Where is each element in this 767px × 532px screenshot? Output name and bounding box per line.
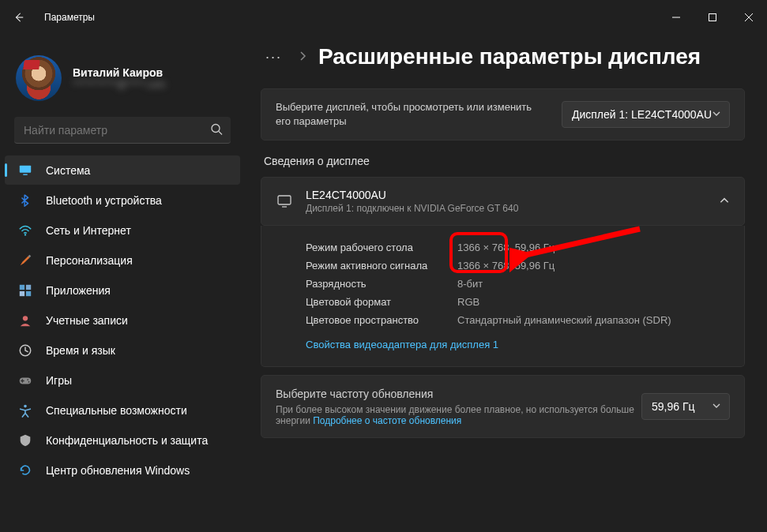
profile-email: ************@*****.com [73,79,166,90]
detail-value: RGB [457,296,479,308]
apps-icon [17,283,33,298]
detail-value: Стандартный динамический диапазон (SDR) [457,314,671,326]
sidebar-item-access[interactable]: Специальные возможности [5,395,240,425]
detail-label: Цветовое пространство [306,314,457,326]
detail-row: Режим рабочего стола1366 × 768, 59,96 Гц [306,238,730,257]
refresh-more-link[interactable]: Подробнее о частоте обновления [313,415,461,426]
svg-rect-6 [26,284,31,289]
refresh-desc: При более высоком значении движение боле… [276,404,641,426]
sidebar-item-apps[interactable]: Приложения [5,275,240,305]
chevron-down-icon [712,108,721,121]
maximize-button[interactable] [694,0,731,35]
user-icon [17,313,33,328]
svg-rect-2 [20,165,31,172]
refresh-title: Выберите частоту обновления [276,387,641,403]
detail-label: Режим активного сигнала [306,260,457,272]
chevron-down-icon [712,400,721,413]
chevron-up-icon [719,195,730,208]
back-button[interactable] [6,5,32,30]
sidebar-item-label: Центр обновления Windows [46,464,190,477]
close-button[interactable] [731,0,767,35]
game-icon [17,373,33,388]
sidebar-item-user[interactable]: Учетные записи [5,305,240,335]
detail-value: 1366 × 768, 59,96 Гц [457,242,555,253]
detail-value: 1366 × 768, 59,96 Гц [457,260,555,272]
profile-name: Виталий Каиров [73,66,166,79]
sidebar-item-display[interactable]: Система [5,155,240,185]
svg-rect-15 [278,196,291,204]
detail-label: Разрядность [306,278,457,290]
shield-icon [17,433,33,448]
detail-row: Режим активного сигнала1366 × 768, 59,96… [306,257,730,275]
sidebar-item-label: Специальные возможности [46,404,187,417]
svg-rect-0 [709,14,716,21]
svg-rect-3 [23,174,27,174]
sidebar-item-label: Персонализация [46,254,133,267]
brush-icon [17,253,33,268]
detail-row: Цветовой форматRGB [306,293,730,311]
sidebar-item-game[interactable]: Игры [5,365,240,395]
wifi-icon [17,223,33,238]
display-selector-value: Дисплей 1: LE24CT4000AU [572,108,712,121]
select-display-desc: Выберите дисплей, чтобы просмотреть или … [276,100,544,129]
sidebar-item-label: Учетные записи [46,314,128,327]
update-icon [17,463,33,478]
sidebar-item-label: Система [46,164,90,177]
sidebar-item-label: Конфиденциальность и защита [46,434,208,447]
detail-value: 8-бит [457,278,483,290]
chevron-right-icon [298,51,307,63]
search-input[interactable] [14,117,231,144]
monitor-icon [276,193,293,210]
display-info-section-label: Сведения о дисплее [264,155,745,167]
svg-point-12 [27,379,28,380]
window-title: Параметры [44,12,658,23]
svg-point-14 [24,404,27,407]
page-title: Расширенные параметры дисплея [318,44,701,69]
profile-block[interactable]: Виталий Каиров ************@*****.com [0,43,245,117]
bluetooth-icon [17,193,33,208]
sidebar-item-label: Приложения [46,284,111,297]
display-info-sub: Дисплей 1: подключен к NVIDIA GeForce GT… [306,203,518,214]
sidebar-item-bluetooth[interactable]: Bluetooth и устройства [5,185,240,215]
svg-rect-7 [20,290,24,295]
refresh-rate-value: 59,96 Гц [652,400,695,413]
detail-label: Режим рабочего стола [306,242,457,253]
sidebar-item-label: Время и язык [46,344,115,357]
sidebar-item-update[interactable]: Центр обновления Windows [5,455,240,485]
clock-icon [17,343,33,358]
detail-row: Цветовое пространствоСтандартный динамич… [306,311,730,329]
sidebar-item-clock[interactable]: Время и язык [5,335,240,365]
display-selector-dropdown[interactable]: Дисплей 1: LE24CT4000AU [562,101,730,128]
adapter-properties-link[interactable]: Свойства видеоадаптера для дисплея 1 [306,339,498,350]
avatar [16,55,62,101]
svg-rect-8 [26,290,31,295]
sidebar-item-label: Bluetooth и устройства [46,194,162,207]
sidebar-item-wifi[interactable]: Сеть и Интернет [5,215,240,245]
svg-point-1 [212,125,220,133]
detail-row: Разрядность8-бит [306,275,730,293]
svg-point-13 [28,380,30,382]
svg-point-9 [23,316,28,320]
sidebar-item-brush[interactable]: Персонализация [5,245,240,275]
refresh-rate-dropdown[interactable]: 59,96 Гц [641,393,730,420]
display-info-expander[interactable]: LE24CT4000AU Дисплей 1: подключен к NVID… [261,178,744,225]
sidebar-item-shield[interactable]: Конфиденциальность и защита [5,425,240,455]
detail-label: Цветовой формат [306,296,457,308]
display-icon [17,163,33,178]
search-icon [210,123,223,138]
svg-point-4 [24,234,26,235]
sidebar-item-label: Игры [46,374,72,387]
display-info-title: LE24CT4000AU [306,189,518,201]
svg-rect-5 [20,284,24,289]
access-icon [17,403,33,418]
minimize-button[interactable] [658,0,694,35]
sidebar-item-label: Сеть и Интернет [46,224,131,237]
breadcrumb-more[interactable]: ··· [261,46,287,69]
